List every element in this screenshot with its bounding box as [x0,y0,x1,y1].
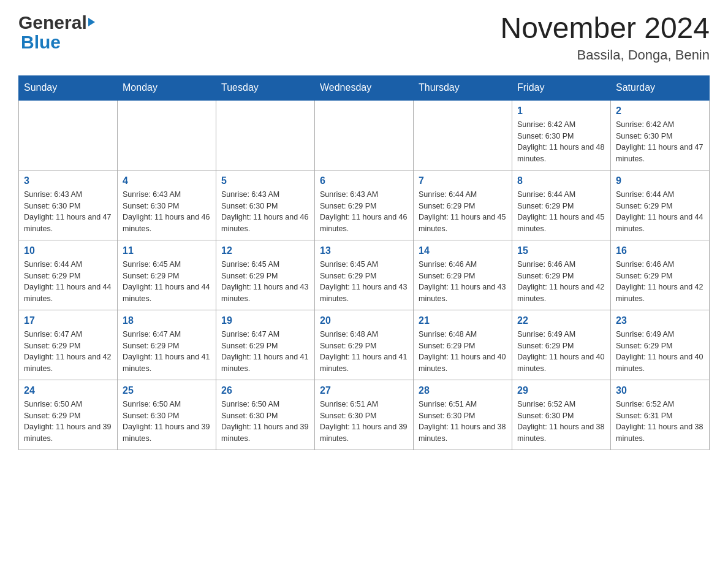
day-info: Sunrise: 6:49 AM Sunset: 6:29 PM Dayligh… [517,329,605,375]
day-number: 12 [221,245,309,256]
col-header-friday: Friday [512,75,611,100]
day-info: Sunrise: 6:43 AM Sunset: 6:29 PM Dayligh… [320,189,408,235]
day-info: Sunrise: 6:47 AM Sunset: 6:29 PM Dayligh… [24,329,112,375]
col-header-tuesday: Tuesday [216,75,315,100]
calendar-header-row: SundayMondayTuesdayWednesdayThursdayFrid… [19,75,710,100]
calendar-cell: 9Sunrise: 6:44 AM Sunset: 6:29 PM Daylig… [611,170,710,240]
location-title: Bassila, Donga, Benin [500,47,710,63]
day-number: 27 [320,385,408,396]
day-info: Sunrise: 6:43 AM Sunset: 6:30 PM Dayligh… [123,189,211,235]
calendar-cell: 19Sunrise: 6:47 AM Sunset: 6:29 PM Dayli… [216,310,315,380]
day-info: Sunrise: 6:44 AM Sunset: 6:29 PM Dayligh… [419,189,507,235]
calendar-cell: 27Sunrise: 6:51 AM Sunset: 6:30 PM Dayli… [315,380,414,450]
day-info: Sunrise: 6:50 AM Sunset: 6:30 PM Dayligh… [123,399,211,445]
day-number: 15 [517,245,605,256]
day-info: Sunrise: 6:48 AM Sunset: 6:29 PM Dayligh… [419,329,507,375]
calendar-cell: 5Sunrise: 6:43 AM Sunset: 6:30 PM Daylig… [216,170,315,240]
day-info: Sunrise: 6:50 AM Sunset: 6:29 PM Dayligh… [24,399,112,445]
calendar-cell: 14Sunrise: 6:46 AM Sunset: 6:29 PM Dayli… [414,240,512,310]
day-info: Sunrise: 6:42 AM Sunset: 6:30 PM Dayligh… [517,119,605,165]
day-info: Sunrise: 6:42 AM Sunset: 6:30 PM Dayligh… [616,119,704,165]
calendar-cell: 24Sunrise: 6:50 AM Sunset: 6:29 PM Dayli… [19,380,118,450]
day-info: Sunrise: 6:43 AM Sunset: 6:30 PM Dayligh… [24,189,112,235]
calendar-cell: 13Sunrise: 6:45 AM Sunset: 6:29 PM Dayli… [315,240,414,310]
calendar-cell: 1Sunrise: 6:42 AM Sunset: 6:30 PM Daylig… [512,100,611,170]
day-number: 25 [123,385,211,396]
col-header-thursday: Thursday [414,75,512,100]
day-info: Sunrise: 6:49 AM Sunset: 6:29 PM Dayligh… [616,329,704,375]
col-header-saturday: Saturday [611,75,710,100]
calendar-cell: 23Sunrise: 6:49 AM Sunset: 6:29 PM Dayli… [611,310,710,380]
day-info: Sunrise: 6:52 AM Sunset: 6:30 PM Dayligh… [517,399,605,445]
calendar-cell [19,100,118,170]
page-header: General Blue November 2024 Bassila, Dong… [18,12,710,63]
calendar-cell: 20Sunrise: 6:48 AM Sunset: 6:29 PM Dayli… [315,310,414,380]
day-number: 2 [616,105,704,117]
day-number: 22 [517,315,605,326]
day-number: 3 [24,175,112,186]
day-info: Sunrise: 6:45 AM Sunset: 6:29 PM Dayligh… [320,259,408,305]
col-header-sunday: Sunday [19,75,118,100]
calendar-week-row: 10Sunrise: 6:44 AM Sunset: 6:29 PM Dayli… [19,240,710,310]
calendar-week-row: 17Sunrise: 6:47 AM Sunset: 6:29 PM Dayli… [19,310,710,380]
day-number: 14 [419,245,507,256]
calendar-cell: 26Sunrise: 6:50 AM Sunset: 6:30 PM Dayli… [216,380,315,450]
day-number: 21 [419,315,507,326]
day-number: 24 [24,385,112,396]
logo-general-text: General [18,12,87,33]
day-number: 30 [616,385,704,396]
day-info: Sunrise: 6:50 AM Sunset: 6:30 PM Dayligh… [221,399,309,445]
calendar-cell: 16Sunrise: 6:46 AM Sunset: 6:29 PM Dayli… [611,240,710,310]
calendar-cell: 22Sunrise: 6:49 AM Sunset: 6:29 PM Dayli… [512,310,611,380]
calendar-week-row: 24Sunrise: 6:50 AM Sunset: 6:29 PM Dayli… [19,380,710,450]
day-info: Sunrise: 6:46 AM Sunset: 6:29 PM Dayligh… [616,259,704,305]
day-number: 18 [123,315,211,326]
logo-triangle-icon [88,18,95,26]
day-number: 16 [616,245,704,256]
day-info: Sunrise: 6:45 AM Sunset: 6:29 PM Dayligh… [221,259,309,305]
day-number: 11 [123,245,211,256]
day-info: Sunrise: 6:44 AM Sunset: 6:29 PM Dayligh… [24,259,112,305]
day-number: 20 [320,315,408,326]
calendar-cell: 25Sunrise: 6:50 AM Sunset: 6:30 PM Dayli… [118,380,216,450]
day-number: 7 [419,175,507,186]
calendar-cell [118,100,216,170]
day-number: 29 [517,385,605,396]
calendar-cell: 7Sunrise: 6:44 AM Sunset: 6:29 PM Daylig… [414,170,512,240]
day-info: Sunrise: 6:46 AM Sunset: 6:29 PM Dayligh… [517,259,605,305]
calendar-cell [216,100,315,170]
logo-blue-text: Blue [21,32,61,52]
day-number: 28 [419,385,507,396]
day-number: 17 [24,315,112,326]
col-header-monday: Monday [118,75,216,100]
calendar-cell: 12Sunrise: 6:45 AM Sunset: 6:29 PM Dayli… [216,240,315,310]
day-number: 26 [221,385,309,396]
calendar-cell: 21Sunrise: 6:48 AM Sunset: 6:29 PM Dayli… [414,310,512,380]
calendar-cell: 28Sunrise: 6:51 AM Sunset: 6:30 PM Dayli… [414,380,512,450]
title-area: November 2024 Bassila, Donga, Benin [500,12,710,63]
day-number: 23 [616,315,704,326]
day-info: Sunrise: 6:44 AM Sunset: 6:29 PM Dayligh… [517,189,605,235]
day-info: Sunrise: 6:51 AM Sunset: 6:30 PM Dayligh… [419,399,507,445]
day-number: 13 [320,245,408,256]
calendar-cell: 4Sunrise: 6:43 AM Sunset: 6:30 PM Daylig… [118,170,216,240]
calendar-cell: 18Sunrise: 6:47 AM Sunset: 6:29 PM Dayli… [118,310,216,380]
calendar-week-row: 1Sunrise: 6:42 AM Sunset: 6:30 PM Daylig… [19,100,710,170]
calendar-cell: 29Sunrise: 6:52 AM Sunset: 6:30 PM Dayli… [512,380,611,450]
calendar-cell: 10Sunrise: 6:44 AM Sunset: 6:29 PM Dayli… [19,240,118,310]
day-number: 8 [517,175,605,186]
day-info: Sunrise: 6:51 AM Sunset: 6:30 PM Dayligh… [320,399,408,445]
calendar-table: SundayMondayTuesdayWednesdayThursdayFrid… [18,75,710,450]
calendar-cell: 8Sunrise: 6:44 AM Sunset: 6:29 PM Daylig… [512,170,611,240]
day-number: 1 [517,105,605,117]
calendar-week-row: 3Sunrise: 6:43 AM Sunset: 6:30 PM Daylig… [19,170,710,240]
day-number: 5 [221,175,309,186]
day-number: 19 [221,315,309,326]
calendar-cell: 30Sunrise: 6:52 AM Sunset: 6:31 PM Dayli… [611,380,710,450]
day-number: 6 [320,175,408,186]
day-info: Sunrise: 6:48 AM Sunset: 6:29 PM Dayligh… [320,329,408,375]
day-info: Sunrise: 6:47 AM Sunset: 6:29 PM Dayligh… [221,329,309,375]
calendar-cell [414,100,512,170]
col-header-wednesday: Wednesday [315,75,414,100]
day-info: Sunrise: 6:43 AM Sunset: 6:30 PM Dayligh… [221,189,309,235]
